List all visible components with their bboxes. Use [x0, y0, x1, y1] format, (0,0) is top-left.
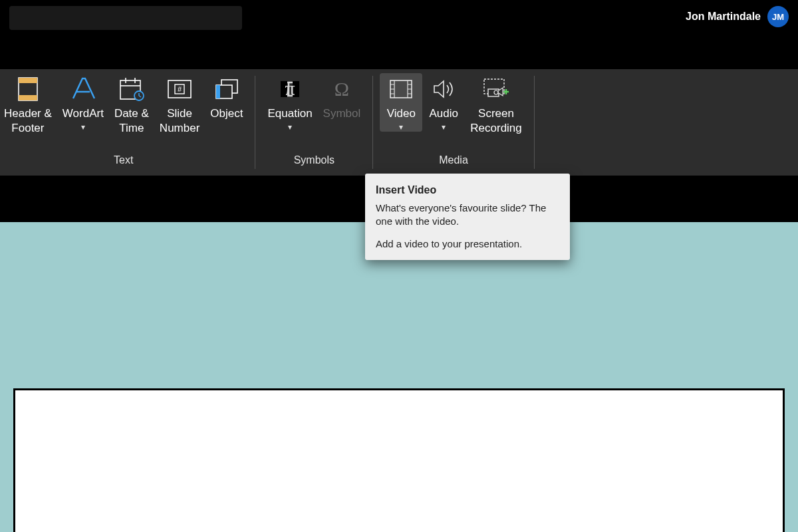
ribbon-group-media: Video ▾ Audio ▾ — [377, 69, 530, 176]
svg-rect-28 — [488, 89, 499, 96]
symbol-icon: Ω — [329, 74, 355, 104]
audio-button[interactable]: Audio ▾ — [422, 73, 465, 132]
screen-recording-label: Screen Recording — [470, 106, 522, 136]
video-label: Video — [387, 106, 416, 121]
svg-rect-2 — [19, 95, 37, 100]
header-footer-button[interactable]: Header & Footer — [0, 73, 57, 136]
slide-number-button[interactable]: # Slide Number — [154, 73, 205, 136]
audio-icon — [430, 74, 457, 104]
chevron-down-icon: ▾ — [288, 122, 292, 132]
video-icon — [388, 74, 414, 104]
date-time-button[interactable]: Date & Time — [109, 73, 154, 136]
group-label-text: Text — [0, 152, 248, 166]
search-input[interactable] — [9, 6, 242, 30]
chevron-down-icon: ▾ — [442, 122, 446, 132]
audio-label: Audio — [430, 106, 458, 121]
svg-text:#: # — [178, 85, 182, 93]
ribbon-group-text: Header & Footer WordArt ▾ — [0, 69, 251, 176]
equation-label: Equation — [267, 106, 312, 121]
svg-rect-15 — [216, 85, 220, 98]
group-label-symbols: Symbols — [262, 152, 366, 166]
equation-button[interactable]: π Equation ▾ — [262, 73, 317, 132]
object-button[interactable]: Object — [205, 73, 248, 121]
equation-icon: π — [277, 74, 303, 104]
video-button[interactable]: Video ▾ — [380, 73, 422, 132]
group-divider — [372, 76, 373, 169]
tooltip-body-1: What's everyone's favourite slide? The o… — [376, 201, 559, 229]
ribbon: Header & Footer WordArt ▾ — [0, 69, 798, 176]
header-footer-icon — [17, 74, 39, 104]
wordart-button[interactable]: WordArt ▾ — [57, 73, 109, 132]
avatar-initials: JM — [772, 12, 784, 22]
ribbon-group-symbols: π Equation ▾ Ω Symbol Symbols — [259, 69, 368, 176]
chevron-down-icon: ▾ — [399, 122, 403, 132]
tooltip-title: Insert Video — [376, 183, 559, 198]
header-footer-label: Header & Footer — [4, 106, 52, 136]
symbol-label: Symbol — [323, 106, 361, 121]
date-time-label: Date & Time — [114, 106, 149, 136]
screen-recording-button[interactable]: Screen Recording — [465, 73, 527, 136]
group-label-media: Media — [380, 152, 527, 166]
slide-number-label: Slide Number — [160, 106, 200, 136]
object-icon — [213, 74, 240, 104]
chevron-down-icon: ▾ — [81, 122, 85, 132]
object-label: Object — [210, 106, 243, 121]
wordart-icon — [69, 74, 97, 104]
user-name-label: Jon Martindale — [686, 11, 761, 23]
slide-number-icon: # — [166, 74, 193, 104]
svg-text:π: π — [285, 77, 295, 99]
wordart-label: WordArt — [63, 106, 104, 121]
symbol-button: Ω Symbol — [318, 73, 366, 121]
tooltip-insert-video: Insert Video What's everyone's favourite… — [365, 174, 570, 260]
tab-strip-area — [0, 33, 798, 69]
svg-rect-1 — [19, 78, 37, 83]
tooltip-body-2: Add a video to your presentation. — [376, 237, 559, 251]
svg-text:Ω: Ω — [334, 78, 349, 100]
avatar[interactable]: JM — [767, 6, 789, 27]
screen-recording-icon — [481, 74, 511, 104]
slide-stage[interactable] — [0, 222, 798, 532]
title-bar: Jon Martindale JM — [0, 0, 798, 33]
group-divider — [534, 76, 535, 169]
date-time-icon — [118, 74, 145, 104]
group-divider — [255, 76, 255, 169]
user-area[interactable]: Jon Martindale JM — [686, 6, 789, 27]
slide-canvas[interactable] — [13, 388, 785, 532]
